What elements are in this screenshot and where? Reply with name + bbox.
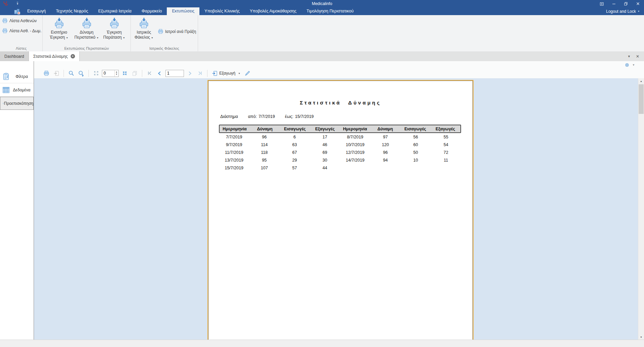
- print-button[interactable]: [42, 69, 50, 77]
- window-controls: [596, 0, 644, 7]
- report-period: Διάστημα από:7/7/2019 έως:15/7/2019: [220, 114, 473, 119]
- iatrikos-label-line2: Φάκελος▼: [135, 35, 153, 40]
- scroll-down-icon[interactable]: ▼: [638, 334, 644, 340]
- first-page-icon: [147, 71, 152, 76]
- table-cell: 57: [279, 166, 310, 170]
- preview-surface[interactable]: Στατιστικά Δύναμης Διάστημα από:7/7/2019…: [34, 78, 644, 340]
- sidebar-item-proepiskopisi-label: Προεπισκόπηση: [4, 101, 33, 106]
- scrollbar-thumb[interactable]: [639, 84, 644, 114]
- previous-page-button[interactable]: [155, 69, 164, 77]
- tab-ypovoles-klinikis[interactable]: Υποβολές Κλινικής: [199, 7, 245, 15]
- table-cell: 29: [279, 158, 310, 163]
- scroll-up-icon[interactable]: ▲: [638, 78, 644, 84]
- lista-asth-dom-button[interactable]: Λίστα Ασθ. - Δωμ.: [2, 28, 42, 34]
- page-number-input[interactable]: [165, 70, 184, 77]
- printer-icon: [158, 29, 163, 34]
- eisitirio-egkrisi-button[interactable]: Εισιτήριο Έγκριση▼: [46, 17, 72, 40]
- minimize-icon: [611, 1, 616, 6]
- iatrikos-fakelos-button[interactable]: Ιατρικός Φάκελος▼: [131, 17, 157, 40]
- printer-download-icon: [109, 18, 119, 29]
- zoom-spinner-steppers[interactable]: ▲▼: [114, 70, 118, 77]
- zoom-button[interactable]: [67, 69, 75, 77]
- doc-tab-statistika-label: Στατιστικά Δύναμης: [33, 54, 68, 59]
- iatroi-ana-praxi-button[interactable]: Ιατροί ανά Πράξη: [158, 29, 196, 34]
- tab-eisagogi[interactable]: Εισαγωγή: [22, 7, 51, 15]
- copy-pages-icon: [132, 71, 138, 76]
- table-header-cell: Εξαγωγές: [430, 127, 461, 131]
- zoom-mode-button[interactable]: [77, 69, 85, 77]
- table-cell: 120: [370, 142, 401, 147]
- multiple-pages-button[interactable]: [130, 69, 139, 77]
- ribbon-group-iatrikos-fakelos: Ιατρικός Φάκελος▼ Ιατροί ανά Πράξη Ιατρι…: [131, 15, 198, 51]
- table-cell: 96: [249, 135, 279, 139]
- sidebar-item-dedomena[interactable]: Δεδομένα: [0, 83, 34, 97]
- gear-icon[interactable]: [624, 62, 630, 68]
- table-cell: 30: [310, 158, 340, 163]
- stepper-up-icon[interactable]: ▲: [116, 71, 118, 73]
- tab-timologisi-peristatikou[interactable]: Τιμολόγηση Περιστατικού: [302, 7, 359, 15]
- tab-texnitos-nefros[interactable]: Τεχνητός Νεφρός: [51, 7, 93, 15]
- sidebar-item-filtra[interactable]: Φίλτρα: [0, 70, 34, 83]
- dynami-peristatiko-button[interactable]: Δύναμη Περιστατικό▼: [74, 17, 100, 40]
- table-cell: 114: [249, 142, 279, 147]
- first-page-button[interactable]: [145, 69, 154, 77]
- fit-whole-page-button[interactable]: [92, 69, 100, 77]
- period-label: Διάστημα: [220, 114, 238, 119]
- panel-settings-chevron-down-icon[interactable]: ▼: [632, 63, 635, 67]
- tab-close-icon[interactable]: ✕: [71, 54, 75, 58]
- logout-label: Logout and Lock: [606, 9, 636, 14]
- table-cell: 9/7/2019: [219, 142, 249, 147]
- tab-farmakeio[interactable]: Φαρμακείο: [137, 7, 167, 15]
- chevron-down-icon: ▼: [97, 37, 99, 39]
- dock-button[interactable]: [596, 0, 608, 7]
- doc-tab-statistika-dynamis[interactable]: Στατιστικά Δύναμης ✕: [29, 51, 80, 61]
- doc-tab-dashboard[interactable]: Dashboard: [0, 51, 29, 61]
- tab-strip-close-icon[interactable]: ✕: [636, 54, 639, 59]
- tab-strip-controls: ▼ ✕: [628, 51, 644, 61]
- printer-download-icon: [82, 18, 92, 29]
- restore-button[interactable]: [620, 0, 632, 7]
- arrows-out-icon: [93, 71, 99, 76]
- table-header-cell: Δύναμη: [250, 127, 280, 131]
- table-cell: 95: [249, 158, 279, 163]
- table-cell: 15/7/2019: [219, 166, 249, 170]
- table-cell: 50: [401, 150, 431, 155]
- chevron-down-icon: ▾: [638, 10, 639, 13]
- data-grid-icon: [2, 86, 10, 94]
- tab-ektyposeis[interactable]: Εκτυπώσεις: [167, 7, 199, 15]
- last-page-button[interactable]: [196, 69, 204, 77]
- table-row: 9/7/2019114634610/7/20191206054: [219, 141, 461, 148]
- minimize-button[interactable]: [608, 0, 620, 7]
- logout-and-lock-button[interactable]: Logout and Lock ▾: [606, 7, 644, 15]
- table-cell: 17: [310, 135, 340, 139]
- tab-exoterika-iatreia[interactable]: Εξωτερικά Ιατρεία: [93, 7, 137, 15]
- fit-page-width-button[interactable]: [120, 69, 129, 77]
- table-cell: 55: [431, 135, 461, 139]
- edit-button[interactable]: [243, 69, 252, 77]
- vertical-scrollbar[interactable]: ▲ ▼: [638, 78, 644, 340]
- table-cell: 46: [310, 142, 340, 147]
- next-page-button[interactable]: [186, 69, 194, 77]
- window-title: Medicalinfo: [0, 0, 644, 7]
- lista-asthenon-button[interactable]: Λίστα Ασθενών: [2, 18, 42, 24]
- close-button[interactable]: [632, 0, 644, 7]
- pencil-icon: [244, 70, 251, 76]
- table-row: 11/7/2019118676912/7/2019965072: [219, 148, 461, 156]
- egkrisi-paratasi-button[interactable]: Έγκριση Παράταση▼: [101, 17, 127, 40]
- report-table: ΗμερομηνίαΔύναμηΕισαγωγέςΕξαγωγέςΗμερομη…: [219, 125, 461, 172]
- stepper-down-icon[interactable]: ▼: [116, 73, 118, 76]
- ribbon-group-ektyposeis-peristatikon: Εισιτήριο Έγκριση▼ Δύναμη Περιστατικό▼ Έ…: [43, 15, 131, 51]
- table-cell: 56: [401, 135, 431, 139]
- table-header-cell: Εισαγωγές: [280, 127, 310, 131]
- zoom-value-input[interactable]: [102, 70, 114, 77]
- printer-download-icon: [54, 18, 64, 29]
- dock-icon: [599, 1, 604, 6]
- tab-list-chevron-down-icon[interactable]: ▼: [628, 55, 631, 58]
- tab-ypovoles-aimokatharsis[interactable]: Υποβολές Αιμοκάθαρσης: [245, 7, 302, 15]
- application-menu-button[interactable]: [12, 7, 22, 15]
- printer-icon: [43, 70, 49, 76]
- export-button[interactable]: Εξαγωγή ▼: [211, 71, 242, 76]
- quick-print-button[interactable]: [52, 69, 61, 77]
- ribbon-group-listes: Λίστα Ασθενών Λίστα Ασθ. - Δωμ. Λίστες: [0, 15, 43, 51]
- sidebar-item-proepiskopisi[interactable]: Προεπισκόπηση: [0, 97, 34, 110]
